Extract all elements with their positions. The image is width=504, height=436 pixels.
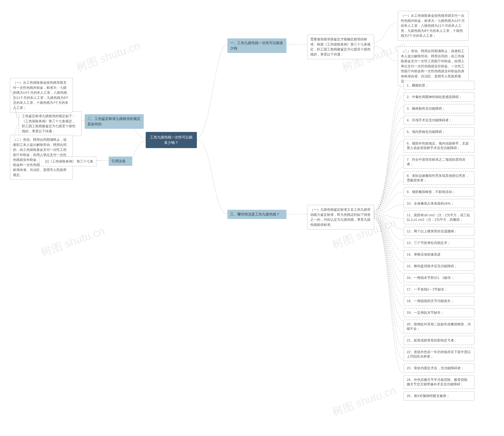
branch-3-item-10[interactable]: 10、全身瘢痕占体表面积≥5%； bbox=[404, 199, 475, 208]
branch-3-item-20[interactable]: 20、除拇趾外其他二趾缺失或瘢痕畸形，功能不全； bbox=[404, 320, 475, 333]
branch-3-item-list: 1、癫痫轻度；2、中毒性周围神经病轻度感觉障碍；3、脑挫裂伤无功能障碍；4、开颅… bbox=[404, 81, 475, 403]
branch-2-desc-v[interactable]: 工伤鉴定标准九级赔偿的规定如下：《工伤保险条例》第三十七条规定，职工因工致残被鉴… bbox=[19, 111, 82, 136]
branch-3-item-21[interactable]: 21、跖骨或跗骨骨折影响足弓者； bbox=[404, 336, 475, 345]
branch-3-item-8[interactable]: 8、发际边缘瘢痕性秃发或其他部位秃发，需戴假发者； bbox=[404, 171, 475, 185]
branch-1-sub-2[interactable]: （二）劳动、聘用合同期满终止，或者职工本人提出解除劳动、聘用合同的，由工伤保险基… bbox=[398, 46, 468, 86]
branch-3-item-12[interactable]: 12、两个以上横突骨折后遗腰痛； bbox=[404, 227, 475, 236]
branch-3-desc[interactable]: （一）九级伤残鉴定标准又名工伤九级劳动能力鉴定标准，即凡伤残达到如下情形之一的，… bbox=[307, 205, 374, 230]
branch-2[interactable]: 二、工伤鉴定标准九级赔偿的规定是如何的 bbox=[85, 114, 144, 129]
ref-item[interactable]: [1]《工伤保险条例》 第三十七条 bbox=[39, 156, 97, 166]
branch-3-title: 三、哪些情况是工伤九级伤残？ bbox=[230, 212, 280, 216]
watermark: 树图 shutu.cn bbox=[74, 38, 142, 75]
branch-3-item-9[interactable]: 9、颈部瘢痕畸形，不影响活动； bbox=[404, 187, 475, 197]
ref-branch[interactable]: 引用法条 bbox=[109, 156, 132, 166]
branch-3-item-15[interactable]: 15、椎间盘切除术后无功能障碍； bbox=[404, 262, 475, 271]
branch-3-item-16[interactable]: 16、一拇指末节部分1、2缺失； bbox=[404, 273, 475, 282]
branch-3-item-7[interactable]: 7、符合中度毁容标准之二项或轻度毁容者； bbox=[404, 155, 475, 169]
branch-3-item-14[interactable]: 14、脊椎压缩前缘高度 bbox=[404, 250, 475, 259]
branch-3-item-18[interactable]: 18、一拇指指间关节功能丧失； bbox=[404, 296, 475, 306]
watermark: 树图 shutu.cn bbox=[330, 383, 398, 420]
branch-3-item-22[interactable]: 22、患肢外伤后一年仍持续存在下肢中度以上凹陷性水肿者； bbox=[404, 347, 475, 361]
branch-3-item-19[interactable]: 19、一足拇趾末节缺失； bbox=[404, 308, 475, 317]
watermark: 树图 shutu.cn bbox=[39, 223, 107, 260]
branch-1-desc[interactable]: 需要做伤残等级鉴定才能确定赔偿的标准。根据《工伤保险条例》第三十七条规定，职工因… bbox=[307, 35, 374, 59]
branch-3-item-13[interactable]: 13、三个节段脊柱内固定术； bbox=[404, 238, 475, 247]
branch-3-item-23[interactable]: 23、骨折内固定术后，无功能障碍者； bbox=[404, 363, 475, 373]
branch-3-item-1[interactable]: 1、癫痫轻度； bbox=[404, 81, 475, 90]
branch-3-item-25[interactable]: 25、第Ⅴ对脑神经眼支麻痹； bbox=[404, 391, 475, 400]
branch-3-item-3[interactable]: 3、脑挫裂伤无功能障碍； bbox=[404, 104, 475, 113]
mindmap-root[interactable]: 工伤九级伤残一次性可以赔多少钱？ bbox=[146, 132, 197, 148]
branch-3-item-11[interactable]: 11、面部有≥8 cm2（注：2为平方，或三处以上≥1 cm2（注：2为平方，的… bbox=[404, 210, 475, 224]
branch-3-item-6[interactable]: 6、颈部外伤致颈总、颈内动脉狭窄，支架置入或血管搭桥手术后无功能障碍； bbox=[404, 139, 475, 153]
root-label: 工伤九级伤残一次性可以赔多少钱？ bbox=[150, 135, 193, 145]
ref-title: 引用法条 bbox=[111, 159, 126, 163]
branch-3-item-2[interactable]: 2、中毒性周围神经病轻度感觉障碍； bbox=[404, 92, 475, 102]
branch-2-title: 二、工伤鉴定标准九级赔偿的规定是如何的 bbox=[87, 117, 141, 126]
branch-3-item-4[interactable]: 4、开颅手术后无功能障碍者； bbox=[404, 116, 475, 125]
branch-3[interactable]: 三、哪些情况是工伤九级伤残？ bbox=[227, 210, 287, 219]
branch-2-sub-1[interactable]: （一）从工伤保险基金按伤残等级支付一次性伤残补助金，标准为：七级伤残为13个月的… bbox=[10, 78, 73, 113]
branch-3-item-5[interactable]: 5、颅内异物无功能障碍； bbox=[404, 127, 475, 136]
branch-3-item-24[interactable]: 24、外伤后膝关节半月板切除、髌骨切除、膝关节交叉韧带修补术后无功能障碍； bbox=[404, 375, 475, 389]
branch-1-sub-1[interactable]: （一）从工伤保险基金按伤残等级支付一次性伤残补助金，标准为：七级伤残为13个月的… bbox=[398, 11, 468, 41]
branch-1[interactable]: 一、工伤九级伤残一次性可以赔多少钱 bbox=[227, 38, 287, 53]
branch-3-item-17[interactable]: 17、一手食指2～3节缺失； bbox=[404, 285, 475, 294]
branch-1-title: 一、工伤九级伤残一次性可以赔多少钱 bbox=[230, 41, 283, 50]
